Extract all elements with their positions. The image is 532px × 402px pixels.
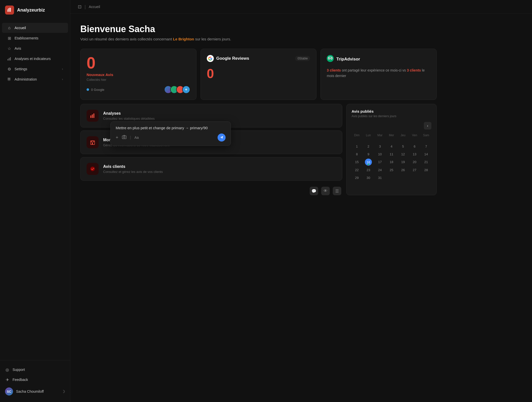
cal-day-29[interactable]: 29 bbox=[352, 174, 362, 181]
cal-day-11[interactable]: 11 bbox=[386, 151, 397, 158]
sidebar-item-support[interactable]: ◎ Support bbox=[2, 365, 68, 374]
cal-day-empty bbox=[421, 174, 431, 181]
cal-day-1[interactable]: 1 bbox=[352, 143, 362, 150]
action-cards: Analyses Consultez les statistiques déta… bbox=[80, 104, 342, 195]
cal-header-mar: Mar bbox=[375, 132, 385, 138]
calendar-prev-btn[interactable]: ‹ bbox=[424, 122, 431, 129]
svg-point-23 bbox=[90, 167, 95, 171]
cal-header-ven: Ven bbox=[409, 132, 420, 138]
cal-day-20[interactable]: 20 bbox=[409, 159, 420, 166]
tooltip-send-button[interactable] bbox=[218, 133, 226, 142]
cal-day-28[interactable]: 28 bbox=[421, 167, 431, 173]
sidebar-item-avis[interactable]: ☆ Avis bbox=[2, 43, 68, 53]
logo-icon bbox=[5, 6, 14, 15]
tooltip-popup: Mettre en plus petit et change de primar… bbox=[110, 121, 231, 146]
ta-body-middle: ont partagé leur expérience ce mois-ci v… bbox=[341, 68, 407, 72]
cal-day-21[interactable]: 21 bbox=[421, 159, 431, 166]
gear-icon: ⚙ bbox=[7, 67, 12, 71]
comment-icon-btn[interactable]: 💬 bbox=[310, 187, 318, 195]
moon-icon: ☽ bbox=[61, 389, 65, 394]
google-card-header: Google Reviews 0Stable bbox=[207, 55, 310, 62]
cal-day-26[interactable]: 26 bbox=[398, 167, 408, 173]
avis-clients-action-card[interactable]: Avis clients Consultez et gérez les avis… bbox=[80, 157, 342, 181]
cal-day-2[interactable]: 2 bbox=[363, 143, 374, 150]
avis-clients-card-text: Avis clients Consultez et gérez les avis… bbox=[103, 164, 163, 174]
subtitle-highlight: Le Brighton bbox=[173, 37, 194, 41]
analyses-icon-wrap bbox=[87, 110, 99, 122]
cal-day-18[interactable]: 18 bbox=[386, 159, 397, 166]
svg-rect-16 bbox=[90, 115, 91, 118]
tooltip-aa-button[interactable]: Aa bbox=[135, 136, 139, 140]
sidebar-item-accueil[interactable]: ⌂ Accueil bbox=[2, 23, 68, 33]
new-avis-sublabel: Collectés hier bbox=[87, 78, 190, 82]
cal-day-empty bbox=[363, 139, 374, 142]
google-number: 0 bbox=[207, 66, 310, 81]
sidebar-toggle-icon[interactable]: ⊡ bbox=[78, 4, 82, 10]
new-avis-label: Nouveaux Avis bbox=[87, 73, 190, 77]
support-icon: ◎ bbox=[5, 367, 10, 372]
welcome-subtitle: Voici un résumé des derniers avis collec… bbox=[80, 37, 437, 41]
sidebar-item-analyses[interactable]: Analyses et indicateurs bbox=[2, 54, 68, 64]
cal-header-dim: Dim bbox=[352, 132, 362, 138]
cal-day-empty bbox=[375, 139, 385, 142]
cal-day-25[interactable]: 25 bbox=[386, 167, 397, 173]
tooltip-add-button[interactable]: + bbox=[116, 135, 118, 140]
cal-day-17[interactable]: 17 bbox=[375, 159, 385, 166]
cal-day-13[interactable]: 13 bbox=[409, 151, 420, 158]
svg-rect-22 bbox=[93, 142, 94, 142]
main-content: ⊡ | Accueil Bienvenue Sacha Voici un rés… bbox=[70, 0, 532, 402]
cal-day-9[interactable]: 9 bbox=[363, 151, 374, 158]
sidebar-item-settings[interactable]: ⚙ Settings › bbox=[2, 64, 68, 74]
tooltip-camera-button[interactable] bbox=[122, 135, 126, 140]
cal-day-24[interactable]: 24 bbox=[375, 167, 385, 173]
cal-day-30[interactable]: 30 bbox=[363, 174, 374, 181]
cal-day-23[interactable]: 23 bbox=[363, 167, 374, 173]
tripadvisor-logo-icon bbox=[327, 55, 334, 63]
platform-badges: 0 Google + bbox=[87, 86, 190, 94]
new-avis-number: 0 bbox=[87, 55, 190, 71]
cal-day-4[interactable]: 4 bbox=[386, 143, 397, 150]
page-title: Bienvenue Sacha bbox=[80, 24, 437, 34]
svg-point-7 bbox=[327, 55, 334, 62]
list-icon-btn[interactable]: ☰ bbox=[333, 187, 341, 195]
cal-day-27[interactable]: 27 bbox=[409, 167, 420, 173]
eye-icon-btn[interactable]: 👁 bbox=[321, 187, 330, 195]
sidebar-item-feedback[interactable]: ✈ Feedback bbox=[2, 375, 68, 384]
cal-day-31[interactable]: 31 bbox=[375, 174, 385, 181]
logo-area: Analyzeurbiz bbox=[0, 0, 70, 20]
svg-rect-21 bbox=[91, 142, 92, 142]
svg-rect-4 bbox=[9, 58, 10, 60]
cal-day-15[interactable]: 15 bbox=[352, 159, 362, 166]
cal-day-3[interactable]: 3 bbox=[375, 143, 385, 150]
sidebar-bottom-label: Feedback bbox=[13, 378, 28, 382]
building-icon: ⊞ bbox=[7, 36, 12, 40]
cal-day-7[interactable]: 7 bbox=[421, 143, 431, 150]
new-avis-card: 0 Nouveaux Avis Collectés hier 0 Google … bbox=[80, 49, 196, 100]
chart-icon bbox=[7, 56, 12, 61]
content-area: Bienvenue Sacha Voici un résumé des dern… bbox=[70, 14, 447, 205]
sidebar-item-administration[interactable]: ⛨ Administration › bbox=[2, 74, 68, 84]
platform-label: 0 Google bbox=[91, 88, 104, 92]
cal-day-6[interactable]: 6 bbox=[409, 143, 420, 150]
cal-day-12[interactable]: 12 bbox=[398, 151, 408, 158]
tooltip-text: Mettre en plus petit et change de primar… bbox=[116, 126, 226, 130]
platform-dot bbox=[87, 88, 89, 91]
cal-day-10[interactable]: 10 bbox=[375, 151, 385, 158]
user-profile-row[interactable]: SC Sacha Choumiloff ☽ bbox=[2, 385, 68, 398]
analyses-card-text: Analyses Consultez les statistiques déta… bbox=[103, 111, 155, 120]
cal-day-5[interactable]: 5 bbox=[398, 143, 408, 150]
cal-day-19[interactable]: 19 bbox=[398, 159, 408, 166]
cal-day-14[interactable]: 14 bbox=[421, 151, 431, 158]
cal-day-empty bbox=[409, 139, 420, 142]
sidebar: Analyzeurbiz ⌂ Accueil ⊞ Etablissements … bbox=[0, 0, 70, 402]
calendar-title: Avis publiés bbox=[352, 109, 431, 113]
google-reviews-card: Google Reviews 0Stable 0 bbox=[201, 49, 317, 100]
cal-day-16-today[interactable]: 16 bbox=[365, 159, 372, 166]
sidebar-item-label: Avis bbox=[15, 46, 21, 50]
topbar: ⊡ | Accueil bbox=[70, 0, 532, 14]
cal-day-8[interactable]: 8 bbox=[352, 151, 362, 158]
sidebar-item-etablissements[interactable]: ⊞ Etablissements bbox=[2, 33, 68, 43]
sidebar-nav: ⌂ Accueil ⊞ Etablissements ☆ Avis Analys… bbox=[0, 20, 70, 360]
cal-day-22[interactable]: 22 bbox=[352, 167, 362, 173]
cal-day-empty bbox=[421, 139, 431, 142]
